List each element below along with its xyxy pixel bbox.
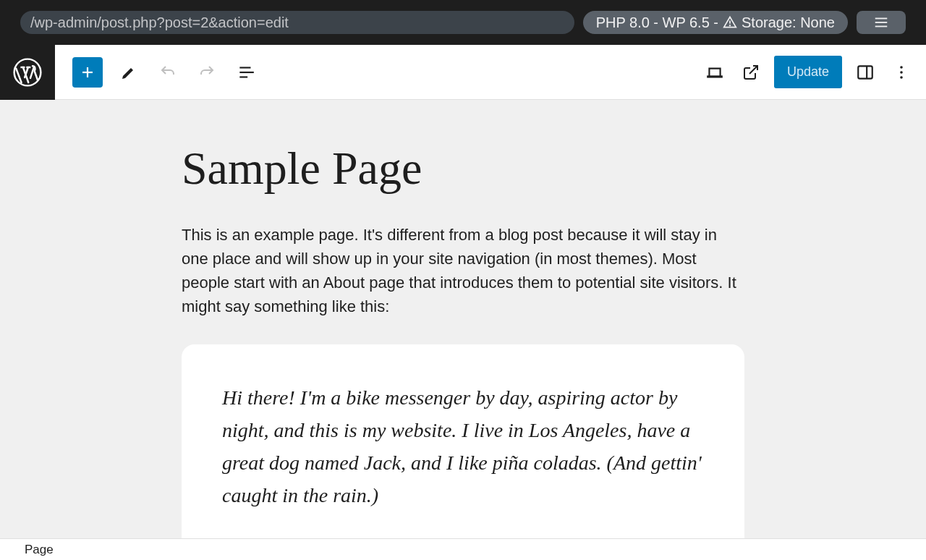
svg-point-18 xyxy=(900,76,903,79)
document-overview-button[interactable] xyxy=(233,59,259,85)
settings-sidebar-button[interactable] xyxy=(852,59,878,85)
status-prefix: PHP 8.0 - WP 6.5 - xyxy=(596,14,718,31)
quote-text[interactable]: Hi there! I'm a bike messenger by day, a… xyxy=(222,382,704,512)
breadcrumb-item[interactable]: Page xyxy=(25,543,54,557)
svg-point-16 xyxy=(900,66,903,69)
update-button[interactable]: Update xyxy=(774,56,842,88)
editor-area: Update Sample Page This is an example pa… xyxy=(0,45,926,538)
wordpress-icon xyxy=(12,57,43,88)
quote-block[interactable]: Hi there! I'm a bike messenger by day, a… xyxy=(182,344,744,538)
url-bar[interactable]: /wp-admin/post.php?post=2&action=edit xyxy=(20,11,574,34)
undo-button[interactable] xyxy=(155,59,181,85)
env-top-bar: /wp-admin/post.php?post=2&action=edit PH… xyxy=(0,0,926,45)
hamburger-menu-button[interactable] xyxy=(857,11,906,34)
redo-icon xyxy=(198,64,216,81)
hamburger-icon xyxy=(873,14,889,30)
toolbar-right-group: Update xyxy=(702,56,914,88)
add-block-button[interactable] xyxy=(72,57,103,88)
external-link-icon xyxy=(742,64,760,81)
view-button[interactable] xyxy=(702,59,728,85)
page-content: Sample Page This is an example page. It'… xyxy=(182,100,744,538)
editor-toolbar: Update xyxy=(55,45,926,100)
toolbar-left-group xyxy=(72,57,259,88)
svg-rect-14 xyxy=(858,66,872,78)
svg-point-17 xyxy=(900,71,903,74)
url-text: /wp-admin/post.php?post=2&action=edit xyxy=(30,14,289,31)
plus-icon xyxy=(79,64,96,81)
warning-icon xyxy=(723,15,737,30)
svg-point-1 xyxy=(730,25,731,26)
svg-line-13 xyxy=(749,66,757,74)
status-suffix: Storage: None xyxy=(742,14,835,31)
redo-button[interactable] xyxy=(194,59,220,85)
breadcrumb-bar: Page xyxy=(0,538,926,560)
intro-paragraph[interactable]: This is an example page. It's different … xyxy=(182,223,744,318)
device-icon xyxy=(705,63,724,82)
page-title[interactable]: Sample Page xyxy=(182,143,744,194)
wordpress-home-button[interactable] xyxy=(0,45,55,100)
update-label: Update xyxy=(787,64,829,79)
list-icon xyxy=(237,63,255,82)
sidebar-icon xyxy=(856,63,875,82)
dots-vertical-icon xyxy=(893,64,910,81)
editor-canvas[interactable]: Sample Page This is an example page. It'… xyxy=(0,100,926,538)
view-page-button[interactable] xyxy=(738,59,764,85)
undo-icon xyxy=(159,64,177,81)
pencil-icon xyxy=(120,64,137,81)
edit-mode-button[interactable] xyxy=(116,59,142,85)
options-button[interactable] xyxy=(888,59,914,85)
status-pill[interactable]: PHP 8.0 - WP 6.5 - Storage: None xyxy=(583,11,848,34)
